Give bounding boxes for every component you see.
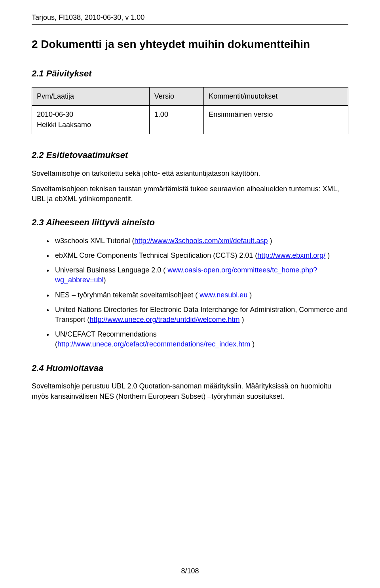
chapter-heading: 2 Dokumentti ja sen yhteydet muihin doku… [32, 36, 348, 52]
page: Tarjous, FI1038, 2010-06-30, v 1.00 2 Do… [0, 0, 380, 588]
cell-kommentit: Ensimmäinen versio [204, 106, 348, 134]
version-table: Pvm/Laatija Versio Kommentit/muutokset 2… [32, 87, 348, 134]
table-row: 2010-06-30 Heikki Laaksamo 1.00 Ensimmäi… [32, 106, 348, 134]
section-2-2-heading: 2.2 Esitietovaatimukset [32, 149, 348, 162]
cell-author: Heikki Laaksamo [37, 120, 144, 130]
resource-link[interactable]: http://www.unece.org/trade/untdid/welcom… [89, 316, 239, 323]
item-text-post: ) [250, 340, 255, 348]
section-2-1-heading: 2.1 Päivitykset [32, 68, 348, 80]
resource-link[interactable]: http://www.unece.org/cefact/recommendati… [57, 340, 250, 348]
s24-para: Soveltamisohje perustuu UBL 2.0 Quotatio… [32, 381, 348, 401]
list-item: NES – työryhmän tekemät soveltamisohjeet… [53, 290, 348, 300]
running-header: Tarjous, FI1038, 2010-06-30, v 1.00 [32, 13, 348, 23]
item-text-pre: Universal Business Language 2.0 ( [55, 266, 167, 274]
item-text-pre: ebXML Core Components Technical Specific… [55, 251, 257, 259]
list-item: w3schools XML Tutorial (http://www.w3sch… [53, 236, 348, 246]
s22-para2: Soveltamisohjeen teknisen taustan ymmärt… [32, 184, 348, 204]
cell-pvm: 2010-06-30 [37, 110, 144, 120]
page-number: 8/108 [0, 566, 380, 576]
s22-para1: Soveltamisohje on tarkoitettu sekä johto… [32, 169, 348, 179]
item-text-post: ) [268, 237, 272, 245]
item-text-post: ) [104, 276, 106, 284]
cell-versio: 1.00 [149, 106, 203, 134]
resource-link[interactable]: www.nesubl.eu [200, 291, 247, 299]
item-text-post: ) [240, 316, 244, 323]
item-text-pre: w3schools XML Tutorial ( [55, 237, 134, 245]
item-text-post: ) [325, 251, 330, 259]
section-2-4-heading: 2.4 Huomioitavaa [32, 362, 348, 375]
header-rule [32, 24, 348, 25]
list-item: ebXML Core Components Technical Specific… [53, 251, 348, 261]
col-versio: Versio [149, 88, 203, 106]
resource-link[interactable]: http://www.ebxml.org/ [257, 251, 325, 259]
resource-list: w3schools XML Tutorial (http://www.w3sch… [32, 236, 348, 350]
item-text-pre: NES – työryhmän tekemät soveltamisohjeet… [55, 291, 200, 299]
list-item: United Nations Directories for Electroni… [53, 305, 348, 325]
list-item: Universal Business Language 2.0 ( www.oa… [53, 265, 348, 285]
item-text-post: ) [247, 291, 252, 299]
resource-link[interactable]: http://www.w3schools.com/xml/default.asp [134, 237, 268, 245]
col-pvm-laatija: Pvm/Laatija [32, 88, 150, 106]
list-item: UN/CEFACT Recommendations (http://www.un… [53, 329, 348, 349]
section-2-3-heading: 2.3 Aiheeseen liittyvä aineisto [32, 217, 348, 229]
col-kommentit: Kommentit/muutokset [204, 88, 348, 106]
